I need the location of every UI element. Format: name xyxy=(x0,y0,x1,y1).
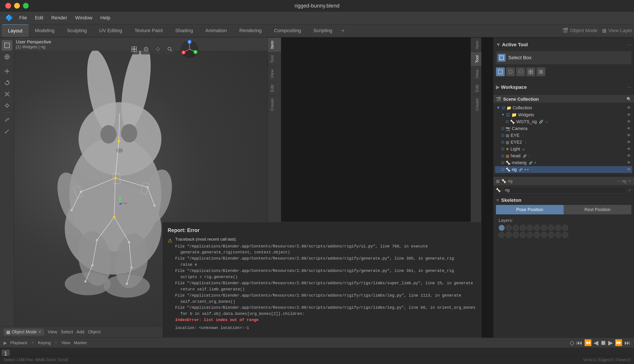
rig-mode-icon[interactable]: ▦ xyxy=(496,179,500,184)
layer-2[interactable] xyxy=(506,225,512,231)
orientation-gizmo[interactable]: Z Y X xyxy=(179,39,199,59)
vp-select-menu[interactable]: Select xyxy=(61,330,73,334)
n-tab-item[interactable]: Item xyxy=(268,38,281,52)
menu-help[interactable]: Help xyxy=(97,14,114,22)
layer-12[interactable] xyxy=(506,232,512,238)
tab-compositing[interactable]: Compositing xyxy=(268,24,307,37)
menu-render[interactable]: Render xyxy=(48,14,71,22)
transform-tool-button[interactable] xyxy=(2,100,12,111)
layer-9[interactable] xyxy=(555,225,561,231)
timeline-mode-icon[interactable]: ▶ xyxy=(4,340,7,346)
tab-rendering[interactable]: Rendering xyxy=(233,24,268,37)
eye-row[interactable]: ☑ ▦ EYE ⋮ 👁 xyxy=(495,132,632,139)
layer-14[interactable] xyxy=(520,232,526,238)
tab-layout[interactable]: Layout xyxy=(2,24,29,37)
rest-position-button[interactable]: Rest Position xyxy=(564,205,631,214)
vp-object-menu[interactable]: Object xyxy=(88,330,101,334)
widgets-row[interactable]: ▼ ☑ 📁 Widgets 👁 xyxy=(495,111,632,118)
layer-4[interactable] xyxy=(520,225,526,231)
widgets-eye[interactable]: 👁 xyxy=(627,112,631,117)
wgts-rig-row[interactable]: ☑ 🦴 WGTS_rig 🔗 ↑₁ 👁 xyxy=(495,118,632,125)
rig-name-input[interactable] xyxy=(503,187,626,194)
collection-row[interactable]: ▼ ☑ 📁 Collection 👁 xyxy=(495,104,632,111)
measure-tool-button[interactable] xyxy=(2,126,12,136)
layer-5[interactable] xyxy=(527,225,533,231)
viewport-pan-icon[interactable] xyxy=(153,44,163,54)
layer-7[interactable] xyxy=(541,225,547,231)
layer-3[interactable] xyxy=(513,225,519,231)
tab-modeling[interactable]: Modeling xyxy=(29,24,61,37)
stop-button[interactable]: ⏹ xyxy=(600,339,606,346)
rig-name-confirm[interactable]: ✓ xyxy=(628,188,631,192)
layer-13[interactable] xyxy=(513,232,519,238)
select-mode-circle[interactable] xyxy=(506,68,515,76)
eye2-row[interactable]: ☑ ▦ EYE2 ⋮ 👁 xyxy=(495,139,632,146)
layer-11[interactable] xyxy=(499,232,505,238)
play-back-button[interactable]: ◀ xyxy=(594,339,598,346)
vp-view-menu[interactable]: View xyxy=(48,330,57,334)
tab-shading[interactable]: Shading xyxy=(169,24,199,37)
select-mode-rect[interactable] xyxy=(496,68,505,76)
close-button[interactable] xyxy=(5,3,11,8)
jump-to-end-button[interactable]: ⏭ xyxy=(624,339,630,346)
sv-tab-tool[interactable]: Tool xyxy=(471,52,481,66)
n-tab-edit[interactable]: Edit xyxy=(268,82,281,95)
layer-6[interactable] xyxy=(534,225,540,231)
metarig-row[interactable]: ☑ 🦴 metarig 🔗 ✦ 👁 xyxy=(495,159,632,166)
timeline-view-label[interactable]: View xyxy=(61,340,70,345)
jump-to-start-button[interactable]: ⏮ xyxy=(576,339,582,346)
n-tab-view[interactable]: View xyxy=(268,66,281,82)
sv-tab-edit[interactable]: Edit xyxy=(471,82,481,95)
add-workspace-button[interactable]: + xyxy=(338,27,347,34)
layer-20[interactable] xyxy=(562,232,568,238)
rotate-tool-button[interactable] xyxy=(2,77,12,88)
collection-visibility-icon[interactable]: 👁 xyxy=(627,106,631,110)
annotate-tool-button[interactable] xyxy=(2,114,12,125)
select-mode-lasso[interactable] xyxy=(516,68,525,76)
layer-8[interactable] xyxy=(548,225,554,231)
scene-selector[interactable]: 🎬 xyxy=(562,28,568,34)
n-tab-create[interactable]: Create xyxy=(268,95,281,114)
maximize-button[interactable] xyxy=(23,3,29,8)
menu-edit[interactable]: Edit xyxy=(31,14,47,22)
pose-position-button[interactable]: Pose Position xyxy=(496,205,564,214)
viewport-camera-icon[interactable] xyxy=(141,44,151,54)
tab-uv-editing[interactable]: UV Editing xyxy=(93,24,128,37)
menu-file[interactable]: File xyxy=(16,14,31,22)
cursor-tool-button[interactable] xyxy=(2,52,12,62)
sv-tab-create[interactable]: Create xyxy=(471,95,481,114)
eye-visibility[interactable]: 👁 xyxy=(627,133,631,138)
layer-10[interactable] xyxy=(562,225,568,231)
light-visibility[interactable]: 👁 xyxy=(627,147,631,151)
viewport-zoom-icon[interactable] xyxy=(164,44,175,54)
minimize-button[interactable] xyxy=(14,3,20,8)
select-box-row[interactable]: Select Box xyxy=(496,51,631,64)
sv-tab-item[interactable]: Item xyxy=(471,38,481,52)
rig-row[interactable]: ☑ 🦴 rig 🔗 ✦✦ 👁 xyxy=(495,166,632,173)
select-mode-5[interactable] xyxy=(536,68,545,76)
layer-1[interactable] xyxy=(499,225,505,231)
view-layer-icon[interactable]: ▦ xyxy=(602,28,607,34)
object-mode-selector[interactable]: ▦ Object Mode ▼ xyxy=(4,328,44,336)
head-visibility[interactable]: 👁 xyxy=(627,154,631,158)
play-button[interactable]: ▶ xyxy=(608,339,613,346)
keyframe-marker[interactable]: ◇ xyxy=(570,339,574,346)
timeline-playback-label[interactable]: Playback xyxy=(10,340,27,345)
timeline-keying-label[interactable]: Keying xyxy=(38,340,51,345)
select-mode-4[interactable] xyxy=(526,68,535,76)
layer-18[interactable] xyxy=(548,232,554,238)
rig-visibility[interactable]: 👁 xyxy=(627,167,631,172)
step-forward-button[interactable]: ⏩ xyxy=(615,339,622,346)
metarig-visibility[interactable]: 👁 xyxy=(627,160,631,165)
layer-15[interactable] xyxy=(527,232,533,238)
select-tool-button[interactable] xyxy=(2,40,12,51)
scene-collection-filter[interactable]: 🔍 xyxy=(626,97,631,102)
sv-tab-view[interactable]: View xyxy=(471,66,481,82)
n-tab-tool[interactable]: Tool xyxy=(268,52,281,66)
step-back-button[interactable]: ⏪ xyxy=(584,339,592,346)
tab-animation[interactable]: Animation xyxy=(199,24,233,37)
vp-add-menu[interactable]: Add xyxy=(77,330,85,334)
tab-texture-paint[interactable]: Texture Paint xyxy=(128,24,169,37)
tab-scripting[interactable]: Scripting xyxy=(307,24,339,37)
layer-16[interactable] xyxy=(534,232,540,238)
